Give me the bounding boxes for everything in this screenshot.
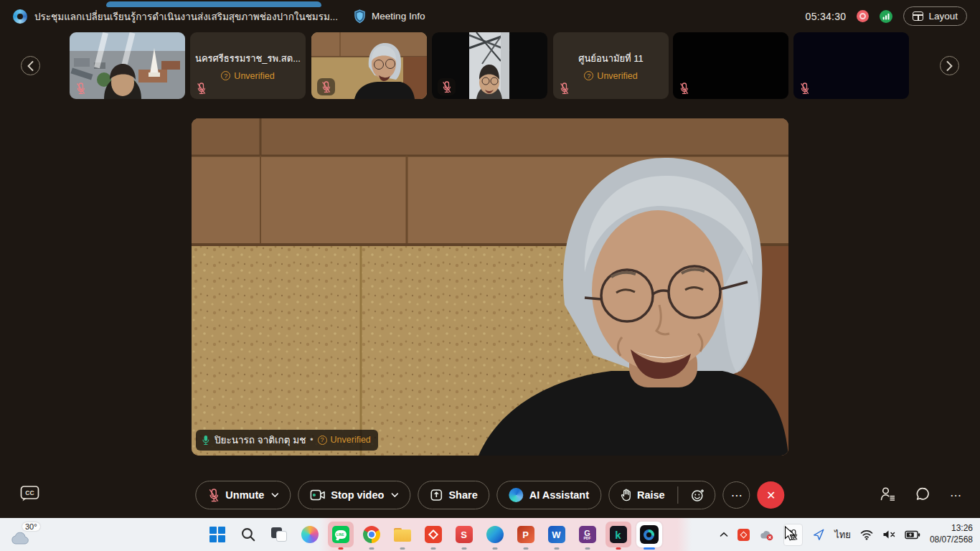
muted-mic-icon <box>799 82 810 95</box>
muted-mic-icon <box>679 82 689 95</box>
taskbar-clock[interactable]: 13:26 08/07/2568 <box>930 523 973 545</box>
line-attention-indicator <box>338 547 343 550</box>
tray-diamond-app-icon[interactable] <box>738 529 750 541</box>
word-icon: W <box>548 526 565 543</box>
unverified-question-icon: ? <box>318 435 327 445</box>
muted-mic-icon <box>438 78 456 95</box>
volume-muted-icon[interactable] <box>882 529 895 540</box>
hidden-icons-chevron[interactable] <box>720 532 728 537</box>
taskbar-file-explorer[interactable] <box>387 518 418 551</box>
windows-taskbar: 30° LINE <box>0 518 980 551</box>
taskbar-line-app[interactable]: LINE <box>325 518 356 551</box>
participant-tile-2[interactable]: นครศรีธรรมราช_รพ.สต... ? Unverified <box>190 32 306 99</box>
participant-tile-6[interactable] <box>673 32 788 99</box>
copilot-button[interactable] <box>294 518 325 551</box>
taskbar-diamond-app[interactable] <box>418 518 448 551</box>
stop-video-button[interactable]: Stop video <box>298 481 410 509</box>
line-app-icon: LINE <box>332 526 349 543</box>
raise-hand-reactions-group: Raise <box>608 481 716 509</box>
active-mic-icon <box>201 434 210 446</box>
stop-video-label: Stop video <box>331 489 384 501</box>
participant-tile-3[interactable] <box>311 32 427 99</box>
participants-icon <box>880 486 896 501</box>
share-icon <box>430 489 443 501</box>
participant-tile-4[interactable] <box>432 32 547 99</box>
chevron-right-icon <box>946 61 953 71</box>
taskbar-s-app[interactable]: S <box>448 518 479 551</box>
participant-tile-1[interactable] <box>70 32 185 99</box>
reaction-smiley-icon <box>692 489 705 502</box>
chevron-left-icon <box>27 61 34 71</box>
unmute-button[interactable]: Unmute <box>195 481 291 509</box>
unverified-question-icon: ? <box>584 71 593 80</box>
taskbar-powerpoint-app[interactable]: P <box>510 518 541 551</box>
battery-charging-icon[interactable] <box>905 530 920 540</box>
ai-assistant-label: AI Assistant <box>529 489 589 501</box>
clock-date: 08/07/2568 <box>930 534 973 546</box>
divider <box>678 486 679 504</box>
speaker-nameplate: ปิยะนารถ จาติเกตุ มช • ? Unverified <box>196 430 378 451</box>
clock-time: 13:26 <box>930 523 973 534</box>
raise-label: Raise <box>637 489 665 501</box>
temperature-label: 30° <box>22 522 40 531</box>
shield-icon <box>354 9 366 24</box>
meeting-title: ประชุมแลกเปลี่ยนเรียนรู้การดำเนินงานส่งเ… <box>34 9 338 24</box>
svg-text:CC: CC <box>25 489 34 496</box>
taskbar-k-app[interactable]: k <box>603 518 633 551</box>
meeting-info-label: Meeting Info <box>372 11 425 22</box>
muted-mic-icon <box>317 78 335 95</box>
participant-2-name: นครศรีธรรมราช_รพ.สต... <box>195 51 301 66</box>
participant-tile-7[interactable] <box>793 32 909 99</box>
more-options-button[interactable]: ⋯ <box>723 481 750 509</box>
chrome-icon <box>363 526 380 543</box>
filmstrip-next-button[interactable] <box>940 56 959 75</box>
diamond-app-icon <box>425 526 442 543</box>
taskbar-edge-app[interactable] <box>479 518 510 551</box>
taskbar-gpdf-app[interactable]: GPDF <box>572 518 603 551</box>
location-send-icon[interactable] <box>812 528 825 541</box>
participants-panel-button[interactable] <box>880 486 896 504</box>
search-icon <box>240 527 256 542</box>
task-view-button[interactable] <box>263 518 294 551</box>
participant-tile-5[interactable]: ศูนย์อนามัยที่ 11 ? Unverified <box>553 32 669 99</box>
input-language-indicator[interactable]: ไทย <box>834 527 851 542</box>
taskbar-apps: LINE S P W <box>202 518 664 551</box>
speaker-name: ปิยะนารถ จาติเกตุ มช <box>215 432 306 448</box>
chevron-down-icon <box>271 493 278 497</box>
share-button[interactable]: Share <box>418 481 489 509</box>
closed-captions-button[interactable]: CC <box>20 485 39 504</box>
onedrive-error-icon[interactable] <box>759 529 774 541</box>
more-panels-button[interactable]: ⋯ <box>950 489 961 502</box>
filmstrip-previous-button[interactable] <box>21 56 40 75</box>
share-label: Share <box>448 489 477 501</box>
edge-icon <box>486 526 504 543</box>
reactions-button[interactable] <box>684 489 715 502</box>
participant-5-name: ศูนย์อนามัยที่ 11 <box>578 51 644 66</box>
cloud-icon <box>10 531 30 545</box>
leave-meeting-button[interactable]: ✕ <box>758 481 785 509</box>
chat-panel-button[interactable] <box>915 486 930 504</box>
speaker-unverified-badge: ? Unverified <box>318 435 371 445</box>
ai-assistant-button[interactable]: AI Assistant <box>497 481 601 509</box>
participant-filmstrip: นครศรีธรรมราช_รพ.สต... ? Unverified <box>0 32 980 99</box>
powerpoint-icon: P <box>517 526 534 543</box>
weather-widget[interactable]: 30° <box>10 518 40 551</box>
layout-grid-icon <box>913 11 923 21</box>
layout-button[interactable]: Layout <box>903 6 967 26</box>
taskbar-word-app[interactable]: W <box>541 518 572 551</box>
taskbar-webex-app[interactable] <box>633 518 664 551</box>
start-button[interactable] <box>202 518 232 551</box>
meeting-info-button[interactable]: Meeting Info <box>354 9 425 24</box>
taskbar-search-button[interactable] <box>232 518 263 551</box>
task-view-icon <box>270 526 288 543</box>
webex-active-indicator <box>644 547 655 550</box>
speaker-video-frame <box>192 118 788 456</box>
s-app-icon: S <box>456 526 473 543</box>
raise-hand-button[interactable]: Raise <box>609 489 672 501</box>
raise-hand-icon <box>621 489 631 501</box>
taskbar-chrome-app[interactable] <box>356 518 387 551</box>
camera-icon <box>310 489 325 501</box>
chat-bubble-icon <box>915 486 930 501</box>
recording-indicator-icon <box>857 10 869 22</box>
wifi-icon[interactable] <box>860 529 873 540</box>
